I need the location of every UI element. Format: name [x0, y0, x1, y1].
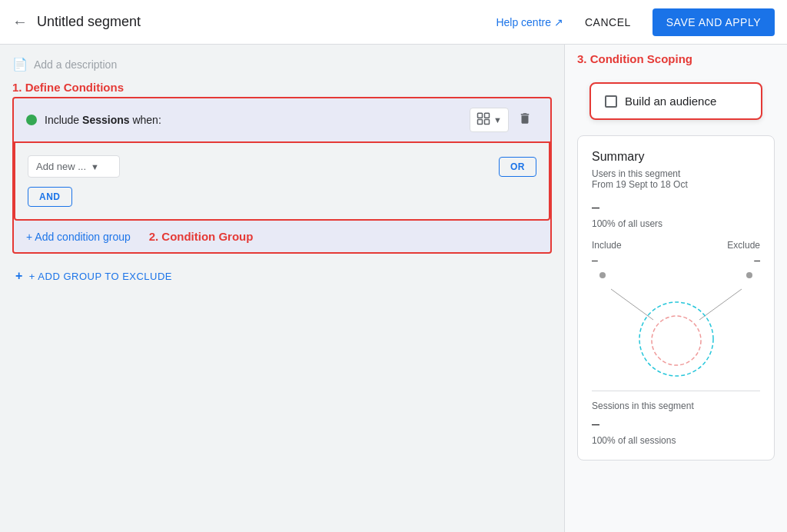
external-link-icon: ↗ [554, 16, 563, 28]
add-new-dropdown[interactable]: Add new ... ▼ [28, 155, 120, 178]
green-dot [26, 115, 37, 125]
step4-row: Build an audience [565, 65, 787, 129]
add-new-label: Add new ... [36, 161, 86, 172]
include-val: – [592, 254, 598, 266]
include-label: Include Sessions when: [45, 114, 161, 126]
sessions-dash: – [592, 416, 760, 432]
right-dot [746, 272, 752, 278]
plus-icon: + [15, 269, 23, 283]
summary-users-percent: 100% of all users [592, 218, 760, 229]
left-panel: 📄 Add a description 1. Define Conditions… [0, 45, 564, 532]
summary-title: Summary [592, 150, 760, 164]
add-exclude-label: + ADD GROUP TO EXCLUDE [29, 271, 172, 282]
delete-button[interactable] [512, 108, 538, 132]
step2-label: 2. Condition Group [149, 230, 254, 243]
svg-rect-3 [485, 120, 490, 125]
add-exclude-group[interactable]: + + ADD GROUP TO EXCLUDE [12, 260, 552, 292]
venn-diagram [592, 281, 760, 381]
venn-svg [599, 285, 753, 377]
scope-button[interactable]: ▼ [470, 108, 509, 132]
build-audience-card[interactable]: Build an audience [589, 82, 762, 120]
step3-label: 3. Condition Scoping [577, 52, 692, 65]
svg-rect-1 [485, 113, 490, 118]
add-condition-label: + Add condition group [26, 231, 131, 243]
condition-row: Add new ... ▼ OR [28, 155, 536, 178]
and-button[interactable]: AND [28, 187, 72, 207]
help-link[interactable]: Help centre ↗ [496, 16, 563, 28]
svg-line-5 [699, 289, 742, 320]
main-content: 📄 Add a description 1. Define Conditions… [0, 45, 787, 532]
left-dot [599, 272, 606, 278]
description-row: 📄 Add a description [12, 57, 552, 71]
description-placeholder[interactable]: Add a description [34, 58, 117, 71]
include-exclude-values: – – [592, 254, 760, 266]
step1-label: 1. Define Conditions [12, 81, 552, 94]
description-icon: 📄 [12, 57, 28, 71]
summary-date-range: From 19 Sept to 18 Oct [592, 179, 688, 190]
or-button[interactable]: OR [499, 157, 536, 177]
exclude-label: Exclude [727, 240, 760, 251]
summary-divider [592, 391, 760, 391]
summary-subtitle: Users in this segment From 19 Sept to 18… [592, 168, 760, 190]
summary-users-dash: – [592, 199, 760, 215]
venn-dots-row [592, 272, 760, 278]
dropdown-arrow-icon: ▼ [91, 162, 99, 171]
back-button[interactable]: ← [12, 13, 28, 31]
help-link-text: Help centre [496, 16, 551, 28]
page-title: Untitled segment [37, 14, 496, 30]
app-header: ← Untitled segment Help centre ↗ CANCEL … [0, 0, 787, 45]
svg-point-7 [652, 316, 701, 365]
include-label: Include [592, 240, 622, 251]
svg-rect-0 [478, 113, 483, 118]
condition-body: Add new ... ▼ OR AND [14, 141, 550, 221]
exclude-val: – [754, 254, 760, 266]
add-condition-group-row[interactable]: + Add condition group 2. Condition Group [14, 221, 550, 252]
chevron-down-icon: ▼ [493, 115, 502, 125]
svg-line-4 [611, 289, 653, 320]
build-audience-checkbox[interactable] [605, 95, 617, 108]
step3-row: 3. Condition Scoping [565, 45, 787, 65]
include-exclude-row: Include Exclude [592, 240, 760, 251]
scope-icon [477, 111, 490, 128]
summary-users-label: Users in this segment [592, 168, 680, 179]
header-actions: Help centre ↗ CANCEL SAVE AND APPLY [496, 8, 775, 36]
summary-panel: Summary Users in this segment From 19 Se… [577, 135, 775, 461]
save-apply-button[interactable]: SAVE AND APPLY [653, 8, 775, 36]
condition-outer-card: Include Sessions when: [12, 97, 552, 254]
condition-card-header: Include Sessions when: [14, 98, 550, 141]
right-panel: 3. Condition Scoping Build an audience S… [564, 45, 787, 532]
header-icons: ▼ [470, 108, 538, 132]
cancel-button[interactable]: CANCEL [576, 10, 640, 35]
svg-rect-2 [478, 120, 483, 125]
build-audience-text: Build an audience [625, 95, 716, 108]
sessions-label: Sessions in this segment [592, 401, 760, 411]
sessions-percent: 100% of all sessions [592, 435, 760, 446]
